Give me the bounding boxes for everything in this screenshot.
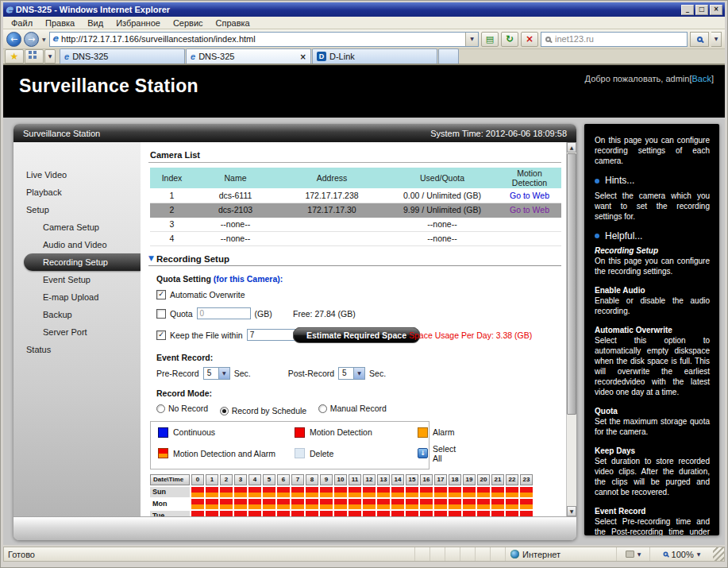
schedule-hour-header[interactable]: 2 [220, 474, 233, 485]
schedule-hour-header[interactable]: 7 [291, 474, 304, 485]
search-dropdown-button[interactable]: ▼ [711, 32, 722, 47]
search-go-button[interactable] [690, 32, 709, 47]
schedule-cells-row[interactable] [191, 499, 534, 509]
schedule-hour-header[interactable]: 0 [191, 474, 204, 485]
menu-item[interactable]: Сервис [167, 17, 210, 29]
schedule-hour-header[interactable]: 19 [463, 474, 476, 485]
browser-tab[interactable]: D D-Link × [312, 48, 437, 64]
schedule-hour-header[interactable]: 22 [506, 474, 518, 485]
legend-tool-button[interactable]: Continuous [158, 427, 295, 438]
legend-tool-button[interactable]: Alarm [418, 427, 456, 438]
sidebar-item[interactable]: Status [13, 341, 141, 358]
close-button[interactable]: × [710, 5, 722, 15]
camera-row[interactable]: 1 dcs-6111 172.17.17.238 0.00 / Unlimite… [150, 188, 561, 203]
record-mode-radio[interactable]: Manual Record [318, 404, 387, 413]
quota-input[interactable]: 0 [197, 307, 251, 319]
schedule-hour-header[interactable]: 1 [206, 474, 218, 485]
schedule-hour-header[interactable]: 10 [334, 474, 347, 485]
estimate-required-space-button[interactable]: Estimate Required Space [293, 327, 420, 343]
go-to-web-link[interactable]: Go to Web [510, 205, 549, 214]
quota-checkbox[interactable] [156, 309, 166, 319]
scroll-thumb[interactable] [567, 153, 576, 415]
content-scrollbar[interactable]: ▲ ▼ [566, 142, 576, 516]
menu-item[interactable]: Файл [5, 17, 39, 29]
sidebar-item[interactable]: E-map Upload [13, 288, 141, 306]
schedule-hour-header[interactable]: 11 [349, 474, 361, 485]
sidebar-item[interactable]: Recording Setup [24, 253, 141, 271]
legend-tool-button[interactable]: Motion Detection [295, 427, 418, 438]
tab-close-icon[interactable]: × [300, 52, 306, 61]
schedule-hour-header[interactable]: 3 [234, 474, 247, 485]
pre-record-select[interactable]: 5 ▼ [203, 367, 230, 380]
camera-row[interactable]: 2 dcs-2103 172.17.17.30 9.99 / Unlimited… [150, 203, 561, 217]
search-box[interactable]: inet123.ru [541, 32, 688, 47]
forward-button[interactable]: → [24, 32, 39, 47]
browser-tab[interactable]: e DNS-325 × [60, 48, 185, 64]
sidebar-item[interactable]: Audio and Video [13, 236, 141, 253]
sidebar-item[interactable]: Playback [13, 184, 141, 201]
schedule-hour-header[interactable]: 4 [248, 474, 261, 485]
schedule-hour-header[interactable]: 6 [277, 474, 290, 485]
select-dropdown-icon[interactable]: ▼ [353, 368, 364, 379]
schedule-hour-header[interactable]: 5 [263, 474, 275, 485]
schedule-hour-header[interactable]: 15 [406, 474, 418, 485]
legend-tool-button[interactable]: Motion Detection and Alarm [158, 444, 295, 463]
schedule-cells-row[interactable] [191, 511, 534, 517]
sidebar-item[interactable]: Setup [13, 201, 141, 218]
select-dropdown-icon[interactable]: ▼ [218, 368, 229, 379]
restore-button[interactable]: □ [695, 5, 708, 15]
menu-item[interactable]: Правка [39, 17, 81, 29]
schedule-hour-header[interactable]: 18 [449, 474, 461, 485]
menu-item[interactable]: Справка [210, 17, 256, 29]
page-button[interactable]: ▤ [481, 32, 499, 47]
recording-setup-header[interactable]: ▼ Recording Setup [148, 254, 563, 264]
record-mode-radio[interactable]: No Record [156, 404, 208, 413]
address-bar[interactable]: e http://172.17.17.166/surveillancestati… [49, 32, 479, 47]
schedule-hour-header[interactable]: 14 [391, 474, 404, 485]
schedule-hour-header[interactable]: 8 [306, 474, 318, 485]
record-mode-radio[interactable]: Record by Schedule [220, 406, 307, 415]
zoom-control[interactable]: 100% ▼ [649, 547, 713, 561]
schedule-hour-header[interactable]: 16 [420, 474, 433, 485]
menu-item[interactable]: Вид [81, 17, 110, 29]
quick-tabs-button[interactable] [25, 49, 44, 64]
minimize-button[interactable]: _ [681, 5, 694, 15]
back-link[interactable]: Back [691, 74, 711, 83]
legend-tool-button[interactable]: Delete [295, 444, 418, 463]
schedule-hour-header[interactable]: 21 [491, 474, 504, 485]
resize-grip[interactable] [713, 547, 724, 561]
sidebar-item[interactable]: Live Video [13, 166, 141, 184]
post-record-select[interactable]: 5 ▼ [338, 367, 365, 380]
go-to-web-link[interactable]: Go to Web [510, 191, 549, 200]
favorites-star-button[interactable]: ★ [5, 49, 24, 64]
schedule-hour-header[interactable]: 13 [377, 474, 390, 485]
schedule-cells-row[interactable] [191, 487, 534, 497]
sidebar-item[interactable]: Server Port [13, 323, 141, 341]
stop-button[interactable]: × [521, 32, 538, 47]
schedule-hour-header[interactable]: 17 [434, 474, 447, 485]
automatic-overwrite-checkbox[interactable]: ✓ [156, 290, 166, 299]
scroll-track[interactable] [567, 153, 576, 506]
sidebar-item[interactable]: Event Setup [13, 271, 141, 288]
keep-days-checkbox[interactable]: ✓ [156, 330, 166, 340]
schedule-hour-header[interactable]: 12 [363, 474, 376, 485]
legend-tool-button[interactable]: ↓ Select All [418, 444, 456, 463]
protected-mode-control[interactable]: ▼ [616, 547, 649, 561]
schedule-hour-header[interactable]: 9 [320, 474, 333, 485]
sidebar-item[interactable]: Camera Setup [13, 218, 141, 236]
refresh-button[interactable]: ↻ [501, 32, 518, 47]
back-button[interactable]: ← [6, 32, 21, 47]
browser-tab[interactable]: e DNS-325 × [186, 48, 311, 64]
schedule-hour-header[interactable]: 20 [477, 474, 490, 485]
new-tab-stub[interactable] [438, 48, 459, 64]
sidebar-item[interactable]: Backup [13, 306, 141, 323]
schedule-hour-header[interactable]: 23 [520, 474, 533, 485]
scroll-up-icon[interactable]: ▲ [567, 142, 576, 153]
scroll-down-icon[interactable]: ▼ [567, 506, 576, 516]
tabs-dropdown-button[interactable]: ▼ [44, 49, 56, 64]
address-dropdown-button[interactable]: ▼ [465, 33, 478, 46]
history-dropdown-icon[interactable]: ▼ [41, 37, 47, 42]
camera-row[interactable]: 3 --none-- --none-- [150, 217, 561, 231]
camera-row[interactable]: 4 --none-- --none-- [150, 231, 561, 245]
menu-item[interactable]: Избранное [110, 17, 167, 29]
